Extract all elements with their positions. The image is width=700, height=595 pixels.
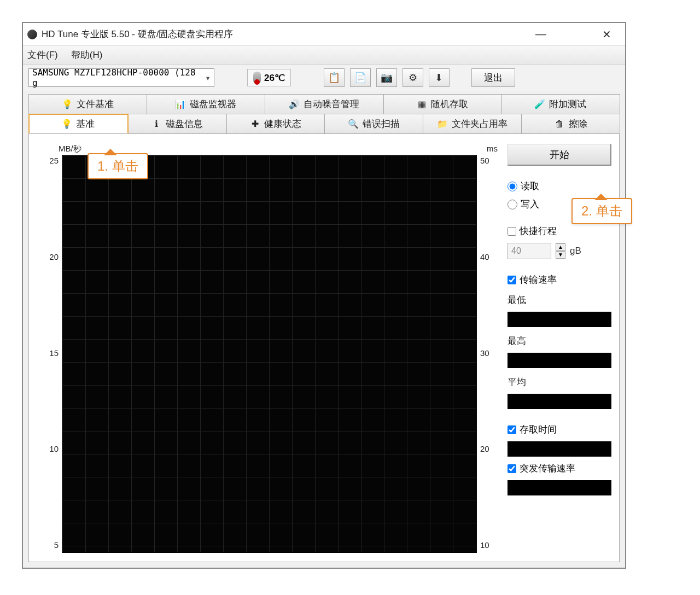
save-button[interactable]: ⬇ [429, 68, 450, 87]
y-tick: 40 [480, 252, 489, 261]
tab-file-benchmark[interactable]: 💡文件基准 [28, 94, 147, 114]
short-stroke-checkbox[interactable]: 快捷行程 [508, 225, 611, 237]
speaker-icon: 🔊 [289, 100, 299, 109]
tab-health[interactable]: ✚健康状态 [226, 114, 325, 133]
tab-label: 基准 [76, 118, 95, 130]
camera-icon: 📷 [381, 72, 393, 84]
short-stroke-unit: gB [570, 246, 581, 256]
thermometer-icon [253, 72, 261, 84]
tab-folder-usage[interactable]: 📁文件夹占用率 [423, 114, 522, 133]
y-tick: 5 [54, 540, 59, 550]
y-right-unit: ms [487, 144, 498, 153]
y-tick: 20 [49, 252, 59, 261]
app-icon [27, 30, 37, 39]
y-tick: 25 [49, 156, 59, 165]
spinner-down[interactable]: ▼ [556, 251, 565, 259]
read-label: 读取 [521, 180, 539, 192]
burst-rate-checkbox[interactable]: 突发传输速率 [508, 462, 611, 475]
y-tick: 15 [49, 348, 59, 358]
spinner-up[interactable]: ▲ [556, 243, 565, 251]
callout-1: 1. 单击 [88, 153, 148, 179]
copy-screenshot-button[interactable]: 📄 [350, 68, 371, 87]
short-stroke-input[interactable] [508, 227, 516, 236]
tab-label: 擦除 [569, 118, 587, 130]
benchmark-chart [62, 155, 477, 553]
y-axis-right: ms 50 40 30 20 10 [477, 141, 500, 555]
tab-label: 磁盘信息 [166, 118, 203, 130]
min-label: 最低 [508, 294, 611, 306]
transfer-rate-input[interactable] [508, 276, 516, 284]
tab-label: 附加测试 [549, 98, 586, 110]
access-time-label: 存取时间 [520, 423, 557, 436]
tab-info[interactable]: ℹ磁盘信息 [128, 114, 227, 133]
drive-select-text: SAMSUNG MZ7LF128HCHP-00000 (128 g [32, 67, 201, 88]
y-axis-left: MB/秒 25 20 15 10 5 [37, 141, 62, 555]
tabs-row-lower: 💡基准 ℹ磁盘信息 ✚健康状态 🔍错误扫描 📁文件夹占用率 🗑擦除 [28, 114, 620, 133]
short-stroke-value-row: ▲ ▼ gB [508, 243, 611, 259]
write-label: 写入 [521, 198, 539, 211]
temperature-display: 26℃ [247, 69, 291, 86]
tab-extra-tests[interactable]: 🧪附加测试 [501, 94, 620, 114]
y-tick: 20 [480, 444, 489, 453]
read-radio-input[interactable] [508, 182, 517, 191]
bulb-icon: 💡 [62, 100, 72, 109]
short-stroke-value[interactable] [508, 243, 551, 259]
y-left-unit: MB/秒 [59, 144, 81, 154]
menubar: 文件(F) 帮助(H) [23, 46, 625, 65]
write-radio-input[interactable] [508, 200, 517, 209]
menu-help[interactable]: 帮助(H) [71, 49, 103, 61]
window-title: HD Tune 专业版 5.50 - 硬盘/固态硬盘实用程序 [42, 28, 531, 40]
tabs-row-upper: 💡文件基准 📊磁盘监视器 🔊自动噪音管理 ▦随机存取 🧪附加测试 [28, 94, 620, 114]
dots-icon: ▦ [417, 100, 427, 109]
access-time-checkbox[interactable]: 存取时间 [508, 423, 611, 436]
tab-erase[interactable]: 🗑擦除 [521, 114, 620, 133]
gear-icon: ⚙ [409, 72, 417, 84]
tab-disk-monitor[interactable]: 📊磁盘监视器 [147, 94, 265, 114]
copy-info-button[interactable]: 📋 [324, 68, 345, 87]
close-button[interactable]: ✕ [597, 27, 616, 42]
clipboard-icon: 📄 [354, 72, 366, 84]
tab-label: 健康状态 [264, 118, 301, 130]
titlebar: HD Tune 专业版 5.50 - 硬盘/固态硬盘实用程序 — ✕ [23, 23, 625, 46]
gauge-icon: 🧪 [535, 100, 545, 109]
tab-random-access[interactable]: ▦随机存取 [383, 94, 502, 114]
copy-icon: 📋 [328, 72, 340, 84]
menu-file[interactable]: 文件(F) [27, 49, 58, 61]
tab-label: 文件基准 [77, 98, 114, 110]
callout-2: 2. 单击 [571, 198, 632, 224]
chart-icon: 📊 [176, 100, 185, 109]
tab-label: 错误扫描 [363, 118, 400, 130]
search-icon: 🔍 [348, 119, 358, 129]
toolbar: SAMSUNG MZ7LF128HCHP-00000 (128 g 26℃ 📋 … [23, 65, 625, 91]
tab-error-scan[interactable]: 🔍错误扫描 [324, 114, 423, 133]
chart-area: MB/秒 25 20 15 10 5 ms 50 40 30 20 10 [37, 141, 500, 555]
y-tick: 30 [480, 348, 489, 358]
bulb-icon: 💡 [62, 119, 72, 129]
options-button[interactable]: ⚙ [402, 68, 423, 87]
short-stroke-label: 快捷行程 [520, 225, 557, 237]
screenshot-button[interactable]: 📷 [376, 68, 397, 87]
benchmark-panel: MB/秒 25 20 15 10 5 ms 50 40 30 20 10 [28, 133, 620, 562]
avg-label: 平均 [508, 376, 611, 388]
minimize-button[interactable]: — [531, 27, 551, 42]
spinner-buttons: ▲ ▼ [556, 243, 565, 259]
info-icon: ℹ [151, 119, 161, 129]
tab-benchmark[interactable]: 💡基准 [28, 114, 129, 133]
drive-select[interactable]: SAMSUNG MZ7LF128HCHP-00000 (128 g [28, 68, 214, 87]
tab-label: 磁盘监视器 [190, 98, 236, 110]
download-icon: ⬇ [435, 72, 443, 84]
burst-rate-input[interactable] [508, 464, 516, 473]
transfer-rate-label: 传输速率 [520, 273, 557, 286]
access-time-input[interactable] [508, 425, 516, 434]
maximize-button[interactable] [564, 27, 584, 42]
transfer-rate-checkbox[interactable]: 传输速率 [508, 273, 611, 286]
exit-button[interactable]: 退出 [471, 68, 515, 87]
y-tick: 50 [480, 156, 489, 165]
start-button[interactable]: 开始 [508, 144, 611, 166]
burst-rate-label: 突发传输速率 [520, 462, 575, 475]
min-value [508, 312, 611, 327]
tab-aam[interactable]: 🔊自动噪音管理 [265, 94, 383, 114]
temperature-value: 26℃ [264, 72, 285, 84]
access-time-value [508, 441, 611, 457]
tab-label: 文件夹占用率 [452, 118, 508, 130]
